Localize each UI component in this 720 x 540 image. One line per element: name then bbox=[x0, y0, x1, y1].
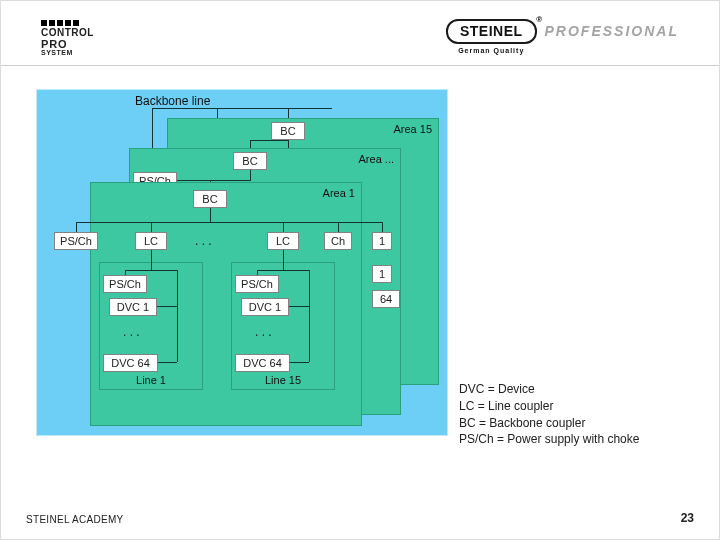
connector bbox=[217, 108, 218, 118]
bc-node: BC bbox=[271, 122, 305, 140]
dvc-node: DVC 64 bbox=[103, 354, 158, 372]
connector bbox=[250, 140, 289, 141]
connector bbox=[76, 222, 382, 223]
legend-line: DVC = Device bbox=[459, 381, 695, 398]
area-label: Area ... bbox=[359, 153, 394, 165]
brand-oval: STEINEL ® German Quality bbox=[446, 19, 537, 44]
legend: DVC = Device LC = Line coupler BC = Back… bbox=[459, 381, 695, 448]
page-number: 23 bbox=[681, 511, 694, 525]
num-node: 1 bbox=[372, 265, 392, 283]
brand-professional: PROFESSIONAL bbox=[545, 23, 679, 39]
connector bbox=[289, 306, 309, 307]
logo-bars-icon bbox=[41, 20, 79, 26]
connector bbox=[125, 270, 177, 271]
psch-node: PS/Ch bbox=[103, 275, 147, 293]
logo-control-pro: CONTROL PRO SYSTEM bbox=[41, 23, 99, 53]
logo-steinel: STEINEL ® German Quality PROFESSIONAL bbox=[446, 19, 679, 44]
connector bbox=[338, 222, 339, 232]
connector bbox=[250, 170, 251, 180]
connector bbox=[157, 362, 177, 363]
lc-node: LC bbox=[267, 232, 299, 250]
area-label: Area 15 bbox=[393, 123, 432, 135]
connector bbox=[283, 222, 284, 232]
brand-name: STEINEL bbox=[460, 23, 523, 39]
brand-subtitle: German Quality bbox=[458, 47, 524, 54]
lc-node: LC bbox=[135, 232, 167, 250]
dvc-node: DVC 64 bbox=[235, 354, 290, 372]
area-label: Area 1 bbox=[323, 187, 355, 199]
connector bbox=[177, 180, 251, 181]
bc-node: BC bbox=[193, 190, 227, 208]
backbone-line-label: Backbone line bbox=[135, 94, 210, 108]
dvc-node: DVC 1 bbox=[109, 298, 157, 316]
connector bbox=[289, 362, 309, 363]
legend-line: LC = Line coupler bbox=[459, 398, 695, 415]
psch-node: PS/Ch bbox=[235, 275, 279, 293]
connector bbox=[177, 270, 178, 362]
psch-node: PS/Ch bbox=[54, 232, 98, 250]
connector bbox=[152, 108, 332, 109]
connector bbox=[309, 270, 310, 362]
connector bbox=[283, 250, 284, 262]
slide: CONTROL PRO SYSTEM STEINEL ® German Qual… bbox=[0, 0, 720, 540]
connector bbox=[210, 208, 211, 222]
connector bbox=[382, 222, 383, 232]
line-label: Line 1 bbox=[136, 374, 166, 386]
header: CONTROL PRO SYSTEM STEINEL ® German Qual… bbox=[1, 1, 719, 66]
ellipsis-label: . . . bbox=[255, 326, 272, 338]
connector bbox=[151, 250, 152, 262]
connector bbox=[157, 306, 177, 307]
legend-line: PS/Ch = Power supply with choke bbox=[459, 431, 695, 448]
line-label: Line 15 bbox=[265, 374, 301, 386]
legend-line: BC = Backbone coupler bbox=[459, 415, 695, 432]
connector bbox=[257, 270, 309, 271]
connector bbox=[283, 262, 284, 270]
extra-node: Ch bbox=[324, 232, 352, 250]
connector bbox=[151, 262, 152, 270]
dvc-node: DVC 1 bbox=[241, 298, 289, 316]
bc-node: BC bbox=[233, 152, 267, 170]
footer-title: STEINEL ACADEMY bbox=[26, 514, 124, 525]
num-node: 64 bbox=[372, 290, 400, 308]
logo-word-1: CONTROL bbox=[41, 27, 94, 38]
num-node: 1 bbox=[372, 232, 392, 250]
connector bbox=[151, 222, 152, 232]
logo-word-3: SYSTEM bbox=[41, 49, 73, 56]
ellipsis-label: . . . bbox=[123, 326, 140, 338]
connector bbox=[76, 222, 77, 232]
registered-icon: ® bbox=[536, 15, 542, 24]
ellipsis-label: . . . bbox=[195, 235, 212, 247]
connector bbox=[288, 140, 289, 148]
topology-diagram: Backbone line Area 15 BC Area ... BC PS/… bbox=[36, 89, 448, 436]
